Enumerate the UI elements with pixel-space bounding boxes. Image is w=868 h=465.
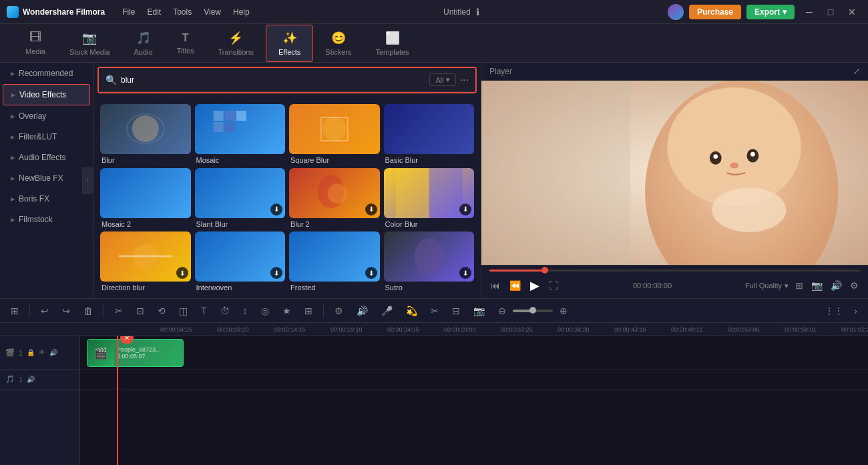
download-badge-interwoven[interactable]: ⬇ (270, 267, 282, 279)
gear-button[interactable]: ⚙ (331, 303, 347, 319)
quality-selector[interactable]: Full Quality ▾ (745, 282, 789, 290)
effect-card-square_blur[interactable]: Square Blur (289, 104, 380, 164)
effect-card-mosaic[interactable]: Mosaic (195, 104, 286, 164)
effect-card-basic_blur[interactable]: Basic Blur (384, 104, 475, 164)
player-progress-bar[interactable] (489, 270, 860, 272)
screen-layout-button[interactable]: ⊞ (794, 279, 805, 292)
sidebar: ▶ Recommended ▶ Video Effects ▶ Overlay … (0, 63, 93, 298)
purchase-button[interactable]: Purchase (689, 5, 741, 19)
sidebar-item-overlay[interactable]: ▶ Overlay (3, 106, 90, 126)
sidebar-item-filter-lut[interactable]: ▶ Filter&LUT (3, 127, 90, 147)
redo-button[interactable]: ↪ (58, 303, 74, 319)
menu-edit[interactable]: Edit (142, 5, 166, 19)
tab-titles[interactable]: T Titles (165, 27, 206, 60)
progress-thumb[interactable] (541, 267, 548, 274)
effect-card-frosted[interactable]: ⬇Frosted (289, 231, 380, 292)
tab-templates[interactable]: ⬜ Templates (363, 25, 421, 61)
volume-button[interactable]: 🔊 (829, 279, 843, 292)
user-avatar[interactable] (668, 4, 684, 20)
lock-icon[interactable]: 🔒 (27, 349, 35, 356)
tab-audio[interactable]: 🎵 Audio (122, 25, 165, 61)
quality-label: Full Quality (745, 282, 782, 290)
settings-button[interactable]: ⚙ (849, 279, 860, 292)
split-button[interactable]: ⊟ (448, 303, 464, 319)
player-time: 00:00:00:00 (633, 282, 672, 290)
speed-button[interactable]: ⏱ (216, 303, 234, 319)
effect-card-sutro[interactable]: ⬇Sutro (384, 231, 475, 292)
audio-icon-btn[interactable]: 🔊 (353, 303, 372, 319)
close-button[interactable]: ✕ (843, 4, 861, 20)
media-icon: 🎞 (29, 31, 41, 45)
audio-volume-icon[interactable]: 🔊 (27, 376, 35, 383)
effects-button[interactable]: ★ (278, 303, 295, 319)
sidebar-item-recommended[interactable]: ▶ Recommended (3, 63, 90, 83)
sidebar-item-video-effects[interactable]: ▶ Video Effects (3, 84, 90, 105)
cut-button[interactable]: ✂ (111, 303, 127, 319)
effect-card-mosaic2[interactable]: Mosaic 2 (100, 168, 191, 228)
export-button[interactable]: Export ▾ (746, 5, 795, 19)
tab-effects[interactable]: ✨ Effects (266, 25, 313, 62)
logo-icon (7, 6, 19, 18)
adjust-button[interactable]: ⊞ (300, 303, 316, 319)
effects2-button[interactable]: 💫 (402, 303, 421, 319)
step-back-button[interactable]: ⏪ (508, 279, 522, 292)
play-button[interactable]: ▶ (529, 277, 541, 294)
tab-media[interactable]: 🎞 Media (13, 25, 57, 61)
download-badge-slant_blur[interactable]: ⬇ (270, 203, 282, 215)
screenshot-button[interactable]: 📷 (810, 279, 824, 292)
sidebar-item-newblue-fx[interactable]: ▶ NewBlue FX (3, 168, 90, 188)
menu-file[interactable]: File (117, 5, 140, 19)
more-tools-button[interactable]: ⋮⋮ (821, 303, 847, 319)
zoom-in-button[interactable]: ⊕ (556, 303, 572, 319)
transform-button[interactable]: ⟲ (154, 303, 170, 319)
filter-dropdown[interactable]: All ▾ (429, 73, 455, 86)
effect-name-blur2: Blur 2 (289, 218, 380, 228)
player-expand-icon[interactable]: ⤢ (853, 67, 860, 76)
snapshot2-button[interactable]: 📷 (469, 303, 489, 319)
download-badge-color_blur[interactable]: ⬇ (459, 203, 471, 215)
menu-tools[interactable]: Tools (168, 5, 197, 19)
tab-transitions[interactable]: ⚡ Transitions (206, 25, 266, 61)
effect-card-interwoven[interactable]: ⬇Interwoven (195, 231, 286, 292)
maximize-button[interactable]: □ (821, 4, 840, 20)
effect-card-direction_blur[interactable]: ⬇Direction blur (100, 231, 191, 292)
collapse-sidebar-button[interactable]: ‹ (82, 167, 93, 194)
audio-mute-icon[interactable]: 🔊 (49, 349, 57, 356)
mask-button[interactable]: ◫ (175, 303, 192, 319)
collapse-timeline-button[interactable]: › (850, 303, 861, 319)
more-options-button[interactable]: ··· (460, 74, 469, 86)
sidebar-item-filmstock[interactable]: ▶ Filmstock (3, 209, 90, 229)
eye-icon[interactable]: 👁 (39, 349, 45, 356)
search-input[interactable] (121, 75, 425, 85)
sidebar-item-boris-fx[interactable]: ▶ Boris FX (3, 189, 90, 209)
download-badge-frosted[interactable]: ⬇ (365, 267, 377, 279)
tab-stock-media[interactable]: 📷 Stock Media (57, 25, 122, 61)
effect-card-blur2[interactable]: ⬇Blur 2 (289, 168, 380, 228)
fullscreen-button[interactable]: ⛶ (548, 279, 560, 292)
tab-stickers[interactable]: 😊 Stickers (313, 25, 363, 61)
text-button[interactable]: T (197, 303, 211, 319)
ai-cut-button[interactable]: ✂ (427, 303, 443, 319)
rewind-button[interactable]: ⏮ (489, 279, 501, 292)
effect-card-slant_blur[interactable]: ⬇Slant Blur (195, 168, 286, 228)
menu-help[interactable]: Help (228, 5, 255, 19)
effect-card-blur[interactable]: Blur (100, 104, 191, 164)
video-clip[interactable]: 🎬 People_58723... 0:00:05:87 (87, 339, 184, 367)
sidebar-item-audio-effects[interactable]: ▶ Audio Effects (3, 147, 90, 167)
undo-button[interactable]: ↩ (37, 303, 53, 319)
svg-rect-3 (224, 111, 234, 121)
menu-view[interactable]: View (198, 5, 226, 19)
motion-button[interactable]: ↕ (239, 303, 252, 319)
zoom-out-button[interactable]: ⊖ (494, 303, 510, 319)
crop-button[interactable]: ⊡ (132, 303, 148, 319)
delete-button[interactable]: 🗑 (79, 303, 97, 319)
download-badge-blur2[interactable]: ⬇ (365, 203, 377, 215)
download-badge-direction_blur[interactable]: ⬇ (176, 267, 188, 279)
minimize-button[interactable]: ─ (800, 4, 819, 20)
effect-card-color_blur[interactable]: ⬇Color Blur (384, 168, 475, 228)
layout-button[interactable]: ⊞ (7, 303, 23, 319)
video-track-icon: 🎬 (5, 348, 15, 357)
effect-thumb-sutro: ⬇ (384, 231, 475, 282)
stabilize-button[interactable]: ◎ (257, 303, 273, 319)
mic-button[interactable]: 🎤 (377, 303, 397, 319)
